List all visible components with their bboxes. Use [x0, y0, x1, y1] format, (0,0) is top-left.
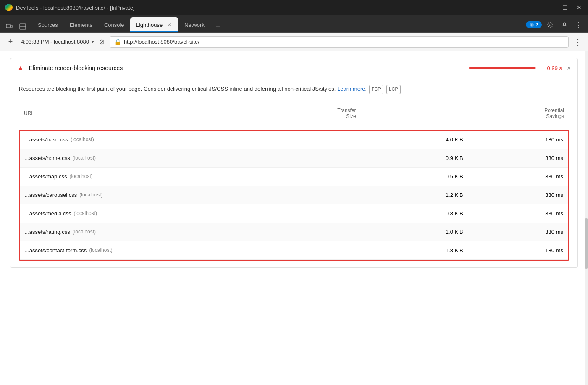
more-options-button[interactable]: ⋮ — [573, 19, 585, 31]
tab-lighthouse-close[interactable]: ✕ — [166, 21, 173, 28]
tab-console-label: Console — [104, 22, 124, 28]
audit-description-text: Resources are blocking the first paint o… — [19, 86, 336, 92]
potential-savings-cell: 330 ms — [468, 186, 568, 204]
table-row: ...assets/base.css (localhost) 4.0 KiB 1… — [20, 131, 568, 149]
stop-icon: ⊘ — [99, 38, 105, 45]
table-row: ...assets/media.css (localhost) 0.8 KiB … — [20, 204, 568, 223]
url-cell: ...assets/rating.css (localhost) — [20, 223, 369, 241]
url-origin: (localhost) — [71, 136, 94, 142]
url-origin: (localhost) — [79, 192, 102, 198]
url-text: http://localhost:8080/travel-site/ — [124, 39, 200, 45]
url-text: ...assets/base.css — [25, 136, 68, 143]
tab-sources-label: Sources — [38, 22, 58, 28]
session-text: 4:03:33 PM - localhost:8080 — [21, 39, 89, 45]
url-text: ...assets/rating.css — [25, 229, 70, 235]
url-cell: ...assets/media.css (localhost) — [20, 204, 369, 223]
audit-score-value: 0.99 s — [541, 65, 562, 71]
url-text: ...assets/media.css — [25, 210, 71, 217]
svg-rect-2 — [20, 24, 26, 29]
transfer-size-cell: 1.2 KiB — [369, 186, 468, 204]
transfer-size-cell: 0.9 KiB — [369, 149, 468, 167]
edge-icon — [5, 4, 13, 11]
add-tab-button[interactable]: + — [212, 21, 224, 32]
transfer-size-cell: 0.5 KiB — [369, 167, 468, 186]
potential-savings-cell: 180 ms — [468, 241, 568, 259]
session-arrow-icon: ▾ — [92, 39, 94, 45]
lcp-badge: LCP — [386, 85, 400, 94]
url-origin: (localhost) — [74, 210, 97, 216]
svg-rect-1 — [11, 25, 12, 28]
svg-text:i: i — [531, 23, 532, 27]
add-icon: + — [8, 37, 13, 46]
tab-console[interactable]: Console — [98, 17, 130, 32]
tab-lighthouse[interactable]: Lighthouse ✕ — [130, 17, 179, 32]
audit-header: ▲ Eliminate render-blocking resources 0.… — [10, 58, 578, 78]
stop-recording-button[interactable]: ⊘ — [99, 38, 105, 46]
lock-icon: 🔒 — [114, 39, 121, 45]
audit-collapse-icon[interactable]: ∧ — [567, 65, 571, 71]
maximize-button[interactable]: ☐ — [561, 4, 569, 11]
profile-button[interactable] — [559, 19, 570, 31]
table-row: ...assets/contact-form.css (localhost) 1… — [20, 241, 568, 259]
potential-savings-cell: 180 ms — [468, 131, 568, 149]
svg-point-6 — [549, 24, 551, 26]
close-button[interactable]: ✕ — [575, 4, 583, 11]
learn-more-link[interactable]: Learn more — [337, 86, 365, 92]
table-row: ...assets/rating.css (localhost) 1.0 KiB… — [20, 223, 568, 241]
url-cell: ...assets/carousel.css (localhost) — [20, 186, 369, 204]
url-cell: ...assets/base.css (localhost) — [20, 131, 369, 149]
potential-savings-cell: 330 ms — [468, 204, 568, 223]
url-cell: ...assets/home.css (localhost) — [20, 149, 369, 167]
svg-point-7 — [563, 23, 566, 25]
title-bar: DevTools - localhost:8080/travel-site/ -… — [0, 0, 588, 15]
warning-icon: ▲ — [17, 64, 24, 72]
device-toggle-icon[interactable] — [3, 21, 15, 32]
transfer-size-cell: 1.8 KiB — [369, 241, 468, 259]
dock-icon[interactable] — [17, 21, 29, 32]
url-bar[interactable]: 🔒 http://localhost:8080/travel-site/ — [110, 36, 569, 48]
table-row: ...assets/home.css (localhost) 0.9 KiB 3… — [20, 149, 568, 167]
url-origin: (localhost) — [73, 155, 96, 161]
scrollbar[interactable] — [585, 51, 588, 385]
url-text: ...assets/carousel.css — [25, 192, 77, 198]
devtools-content: ▲ Eliminate render-blocking resources 0.… — [0, 51, 588, 385]
scroll-thumb[interactable] — [585, 218, 588, 269]
tab-network[interactable]: Network — [178, 17, 210, 32]
minimize-button[interactable]: — — [547, 4, 554, 11]
settings-button[interactable] — [544, 19, 556, 31]
transfer-size-cell: 1.0 KiB — [369, 223, 468, 241]
url-origin: (localhost) — [73, 229, 96, 235]
url-origin: (localhost) — [69, 173, 92, 179]
highlighted-rows-table: ...assets/base.css (localhost) 4.0 KiB 1… — [20, 131, 568, 260]
tab-elements-label: Elements — [70, 22, 92, 28]
audit-score-bar: 0.99 s ∧ — [469, 65, 571, 71]
potential-savings-cell: 330 ms — [468, 149, 568, 167]
tab-sources[interactable]: Sources — [32, 17, 64, 32]
more-menu-button[interactable]: ⋮ — [574, 37, 583, 47]
audit-title: Eliminate render-blocking resources — [29, 65, 464, 71]
fcp-badge: FCP — [369, 85, 383, 94]
table-row: ...assets/carousel.css (localhost) 1.2 K… — [20, 186, 568, 204]
transfer-size-cell: 4.0 KiB — [369, 131, 468, 149]
col-url-header: URL — [19, 104, 160, 123]
new-session-button[interactable]: + — [5, 37, 16, 47]
tabs-area: Sources Elements Console Lighthouse ✕ Ne… — [32, 17, 526, 32]
tab-elements[interactable]: Elements — [64, 17, 98, 32]
tab-lighthouse-label: Lighthouse — [136, 22, 163, 28]
issues-badge[interactable]: i 3 — [526, 21, 542, 28]
url-cell: ...assets/contact-form.css (localhost) — [20, 241, 369, 259]
lighthouse-panel[interactable]: ▲ Eliminate render-blocking resources 0.… — [0, 51, 588, 385]
audit-table: URL TransferSize PotentialSavings — [19, 104, 569, 123]
issues-count: 3 — [536, 22, 538, 27]
tab-network-label: Network — [184, 22, 205, 28]
transfer-size-cell: 0.8 KiB — [369, 204, 468, 223]
col-transfer-size-header: TransferSize — [160, 104, 361, 123]
url-text: ...assets/home.css — [25, 155, 70, 161]
session-selector[interactable]: 4:03:33 PM - localhost:8080 ▾ — [21, 39, 94, 45]
title-bar-text: DevTools - localhost:8080/travel-site/ -… — [16, 5, 135, 11]
address-bar: + 4:03:33 PM - localhost:8080 ▾ ⊘ 🔒 http… — [0, 33, 588, 51]
highlighted-rows: ...assets/base.css (localhost) 4.0 KiB 1… — [19, 130, 569, 261]
highlight-table-body: ...assets/base.css (localhost) 4.0 KiB 1… — [20, 131, 568, 260]
url-cell: ...assets/map.css (localhost) — [20, 167, 369, 186]
audit-description: Resources are blocking the first paint o… — [10, 78, 578, 101]
